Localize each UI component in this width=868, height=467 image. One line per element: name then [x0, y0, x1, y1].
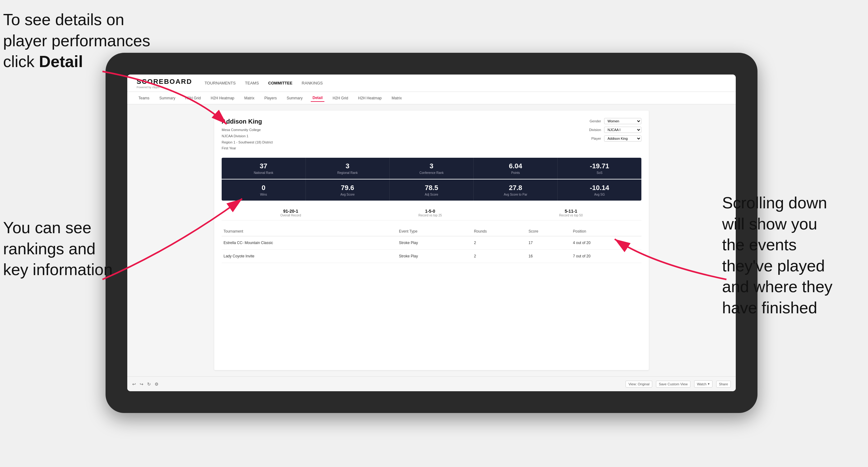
tab-matrix2[interactable]: Matrix	[390, 95, 404, 101]
record-top50: 5-11-1 Record vs top 50	[559, 209, 583, 217]
stat-adj-score: 78.5 Adj Score	[390, 180, 474, 200]
division-select[interactable]: NJCAA I NJCAA II	[604, 127, 641, 133]
nav-tournaments[interactable]: TOURNAMENTS	[205, 80, 236, 87]
table-row: Lady Coyote Invite Stroke Play 2 16 7 ou…	[222, 250, 641, 263]
col-score: Score	[527, 227, 571, 236]
stat-national-rank: 37 National Rank	[222, 158, 306, 179]
tab-h2h-heatmap[interactable]: H2H Heatmap	[209, 95, 236, 101]
tournament-table: Tournament Event Type Rounds Score Posit…	[222, 227, 641, 263]
annotation-right: Scrolling down will show you the events …	[722, 192, 865, 319]
bottom-toolbar: ↩ ↪ ↻ ⚙ View: Original Save Custom View …	[127, 376, 736, 391]
stat-avg-score-par: 27.8 Avg Score to Par	[474, 180, 558, 200]
gender-filter-row: Gender Women Men	[590, 118, 641, 124]
player-info-left: Addison King Mesa Community College NJCA…	[222, 118, 273, 152]
logo-area: SCOREBOARD Powered by clippd	[136, 77, 192, 89]
player-select[interactable]: Addison King	[604, 135, 641, 142]
stats-row-2: 0 Wins 79.6 Avg Score 78.5 Adj Score 27.…	[222, 180, 641, 200]
stat-avg-sg: -10.14 Avg SG	[558, 180, 641, 200]
content-area: Addison King Mesa Community College NJCA…	[127, 104, 736, 376]
logo-sub: Powered by clippd	[136, 86, 192, 89]
annotation-top-left: To see details on player performances cl…	[3, 9, 150, 72]
logo-text: SCOREBOARD	[136, 77, 192, 86]
tournament-name: Estrella CC- Mountain Classic	[222, 236, 397, 250]
records-row: 91-20-1 Overall Record 1-5-0 Record vs t…	[222, 206, 641, 220]
division-filter-row: Division NJCAA I NJCAA II	[589, 127, 641, 133]
gender-label: Gender	[590, 119, 601, 123]
player-name: Addison King	[222, 118, 273, 125]
stat-avg-score: 79.6 Avg Score	[306, 180, 390, 200]
watch-label: Watch	[697, 382, 707, 386]
score: 17	[527, 236, 571, 250]
player-filters: Gender Women Men Division NJCAA I NJCAA …	[589, 118, 641, 152]
position: 4 out of 20	[571, 236, 641, 250]
tab-h2h-grid[interactable]: H2H Grid	[183, 95, 203, 101]
col-event-type: Event Type	[397, 227, 472, 236]
event-type: Stroke Play	[397, 250, 472, 263]
stats-row-1: 37 National Rank 3 Regional Rank 3 Confe…	[222, 158, 641, 179]
nav-committee[interactable]: COMMITTEE	[268, 80, 292, 87]
player-meta: Mesa Community College NJCAA Division 1 …	[222, 127, 273, 152]
tab-summary2[interactable]: Summary	[285, 95, 304, 101]
col-tournament: Tournament	[222, 227, 397, 236]
player-label: Player	[591, 136, 601, 141]
stat-regional-rank: 3 Regional Rank	[306, 158, 390, 179]
save-label: Save Custom View	[659, 382, 688, 386]
stat-points: 6.04 Points	[474, 158, 558, 179]
refresh-icon[interactable]: ↻	[147, 382, 151, 386]
tab-matrix[interactable]: Matrix	[243, 95, 256, 101]
app-header: SCOREBOARD Powered by clippd TOURNAMENTS…	[127, 74, 736, 92]
main-nav: TOURNAMENTS TEAMS COMMITTEE RANKINGS	[205, 80, 726, 87]
tablet-frame: SCOREBOARD Powered by clippd TOURNAMENTS…	[105, 53, 757, 413]
sub-nav: Teams Summary H2H Grid H2H Heatmap Matri…	[127, 92, 736, 104]
col-rounds: Rounds	[472, 227, 527, 236]
tab-players[interactable]: Players	[262, 95, 278, 101]
tab-summary[interactable]: Summary	[157, 95, 177, 101]
share-button[interactable]: Share	[716, 381, 731, 387]
annotation-bottom-left: You can see rankings and key information	[3, 217, 113, 280]
tab-h2h-grid2[interactable]: H2H Grid	[331, 95, 350, 101]
stat-conference-rank: 3 Conference Rank	[390, 158, 474, 179]
gender-select[interactable]: Women Men	[604, 118, 641, 124]
tournament-name: Lady Coyote Invite	[222, 250, 397, 263]
player-filter-row: Player Addison King	[591, 135, 641, 142]
nav-rankings[interactable]: RANKINGS	[302, 80, 323, 87]
col-position: Position	[571, 227, 641, 236]
view-original-button[interactable]: View: Original	[625, 381, 652, 387]
view-original-label: View: Original	[628, 382, 649, 386]
stat-sos: -19.71 SoS	[558, 158, 641, 179]
nav-teams[interactable]: TEAMS	[245, 80, 259, 87]
settings-icon[interactable]: ⚙	[155, 382, 159, 386]
share-label: Share	[719, 382, 728, 386]
stat-wins: 0 Wins	[222, 180, 306, 200]
watch-button[interactable]: Watch ▾	[694, 380, 712, 387]
undo-icon[interactable]: ↩	[132, 382, 136, 386]
rounds: 2	[472, 250, 527, 263]
division-label: Division	[589, 128, 601, 132]
save-custom-button[interactable]: Save Custom View	[656, 381, 690, 387]
score: 16	[527, 250, 571, 263]
table-row: Estrella CC- Mountain Classic Stroke Pla…	[222, 236, 641, 250]
position: 7 out of 20	[571, 250, 641, 263]
player-detail-card: Addison King Mesa Community College NJCA…	[214, 111, 649, 370]
redo-icon[interactable]: ↪	[140, 382, 144, 386]
rounds: 2	[472, 236, 527, 250]
tab-h2h-heatmap2[interactable]: H2H Heatmap	[356, 95, 383, 101]
player-info-row: Addison King Mesa Community College NJCA…	[222, 118, 641, 152]
record-top25: 1-5-0 Record vs top 25	[418, 209, 442, 217]
event-type: Stroke Play	[397, 236, 472, 250]
tab-detail[interactable]: Detail	[311, 94, 325, 102]
tablet-screen: SCOREBOARD Powered by clippd TOURNAMENTS…	[127, 74, 736, 391]
tab-teams[interactable]: Teams	[136, 95, 151, 101]
record-overall: 91-20-1 Overall Record	[280, 209, 301, 217]
